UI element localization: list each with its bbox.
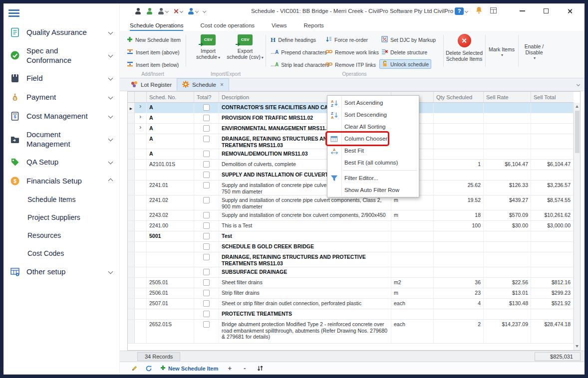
close-button[interactable] (567, 7, 574, 14)
cell-sell-total[interactable]: $10,261.62 (531, 210, 574, 220)
cell-sched-no[interactable] (147, 309, 194, 319)
cell-total[interactable] (194, 278, 219, 288)
cell-sched-no[interactable]: 2241.00 (147, 221, 194, 231)
minimize-button[interactable] (519, 7, 526, 14)
cell-sell-rate[interactable]: $13.01 (484, 288, 531, 298)
increase-button[interactable]: + (226, 365, 233, 372)
cell-total[interactable] (194, 170, 219, 180)
cell-sell-rate[interactable]: $30.00 (484, 221, 531, 231)
cell-sched-no[interactable]: 5001 (147, 231, 194, 241)
total-checkbox[interactable] (203, 254, 210, 260)
mark-items-button[interactable]: Mark Items ▾ (487, 44, 516, 58)
cell-sell-total[interactable]: $3,236.57 (531, 181, 574, 195)
cell-sell-rate[interactable] (484, 149, 531, 159)
cell-sell-total[interactable]: $28,474.18 (531, 320, 574, 343)
header-sell-total[interactable]: Sell Total (531, 92, 574, 102)
cell-sched-no[interactable]: A (147, 149, 194, 159)
help-button[interactable]: ? (455, 7, 468, 15)
cell-description[interactable]: Sheet or strip filter drain outlet conne… (219, 299, 391, 309)
cell-qty-scheduled[interactable] (434, 309, 484, 319)
menu-item-column-chooser[interactable]: Column Chooser (327, 133, 419, 145)
header-total[interactable]: Total? (194, 92, 219, 102)
cell-sell-total[interactable] (531, 103, 574, 113)
cell-sched-no[interactable]: 2652.01S (147, 320, 194, 343)
set-djc-by-markup-button[interactable]: Set DJC by Markup (379, 35, 438, 44)
menu-item-sort-descending[interactable]: ZASort Descending (327, 109, 419, 121)
user-select-button[interactable] (188, 8, 198, 14)
cell-sell-rate[interactable]: $570.09 (484, 210, 531, 220)
tab-schedule-operations[interactable]: Schedule Operations (130, 22, 183, 31)
cell-sched-no[interactable] (147, 252, 194, 267)
cell-sell-total[interactable]: $3,000.00 (531, 221, 574, 231)
cell-qty-scheduled[interactable] (434, 252, 484, 267)
cell-total[interactable] (194, 299, 219, 309)
cell-qty-scheduled[interactable]: 100 (434, 221, 484, 231)
cell-description[interactable]: SUBSURFACE DRAINAGE (219, 267, 391, 277)
grid-row[interactable]: 2506.01Strip filter drainsm23$13.01$299.… (128, 288, 574, 299)
cell-description[interactable]: Bridge abutment protection Modified Type… (219, 320, 391, 343)
export-schedule-button[interactable]: CSV Export schedule (csv)▾ (227, 32, 264, 61)
cell-total[interactable] (194, 210, 219, 220)
cell-sched-no[interactable]: 2241.02 (147, 195, 194, 210)
new-schedule-item-quick-button[interactable]: New Schedule Item (160, 365, 218, 372)
total-checkbox[interactable] (203, 222, 210, 229)
cell-unit[interactable] (391, 309, 434, 319)
cell-total[interactable] (194, 113, 219, 123)
grid-row[interactable]: 2507.01Sheet or strip filter drain outle… (128, 299, 574, 309)
cell-total[interactable] (194, 252, 219, 267)
cell-unit[interactable]: m (391, 210, 434, 220)
prepend-characters-button[interactable]: …A Prepend characters (269, 47, 329, 57)
scroll-up-icon[interactable] (574, 103, 580, 110)
maximize-button[interactable] (543, 7, 550, 14)
refresh-icon[interactable] (145, 365, 152, 372)
cell-sell-total[interactable]: $812.16 (531, 278, 574, 288)
cell-sched-no[interactable]: 2243.02 (147, 210, 194, 220)
cell-sell-rate[interactable] (484, 267, 531, 277)
cell-unit[interactable]: m2 (391, 278, 434, 288)
total-checkbox[interactable] (203, 125, 210, 132)
cell-sched-no[interactable]: 2507.01 (147, 299, 194, 309)
cell-sched-no[interactable]: 2506.01 (147, 288, 194, 298)
cell-total[interactable] (194, 134, 219, 149)
cell-qty-scheduled[interactable]: 18 (434, 210, 484, 220)
strip-lead-characters-button[interactable]: …A Strip lead characters (269, 60, 331, 69)
cell-total[interactable] (194, 149, 219, 159)
cell-qty-scheduled[interactable] (434, 113, 484, 123)
cell-qty-scheduled[interactable] (434, 267, 484, 277)
cell-description[interactable]: SCHEDULE B GOLD CREEK BRIDGE (219, 242, 391, 252)
grid-vertical-scrollbar[interactable] (574, 103, 580, 350)
cell-qty-scheduled[interactable] (434, 170, 484, 180)
cell-sell-total[interactable]: $6,104.47 (531, 160, 574, 170)
menu-item-best-fit[interactable]: ABest Fit (327, 145, 419, 157)
sidebar-item-other-setup[interactable]: Other setup (3, 262, 119, 281)
sidebar-item-financials-setup[interactable]: $ Financials Setup (3, 172, 119, 190)
sidebar-item-cost-codes[interactable]: Cost Codes (3, 244, 119, 262)
total-checkbox[interactable] (203, 151, 210, 157)
user-edit-button[interactable] (158, 8, 168, 14)
tab-lot-register[interactable]: Lot Register (126, 78, 177, 91)
menu-item-best-fit-all-columns[interactable]: Best Fit (all columns) (327, 157, 419, 169)
sidebar-item-cost-management[interactable]: $ Cost Management (3, 107, 119, 126)
cell-total[interactable] (194, 195, 219, 210)
total-checkbox[interactable] (203, 290, 210, 296)
cell-sell-total[interactable] (531, 113, 574, 123)
cell-unit[interactable]: m (391, 195, 434, 210)
cell-unit[interactable] (391, 252, 434, 267)
insert-item-below-button[interactable]: Insert item (below) (125, 60, 181, 69)
cell-unit[interactable] (391, 221, 434, 231)
unlock-schedule-button[interactable]: Unlock schedule (379, 59, 431, 69)
grid-row[interactable]: 2652.01SBridge abutment protection Modif… (128, 320, 574, 344)
cell-sell-rate[interactable] (484, 134, 531, 149)
grid-row[interactable]: 2243.02Supply and installation of concre… (128, 210, 574, 221)
expand-icon[interactable]: › (135, 103, 147, 113)
grid-row[interactable]: PROTECTIVE TREATMENTS (128, 309, 574, 320)
cell-sell-rate[interactable] (484, 170, 531, 180)
total-checkbox[interactable] (203, 136, 210, 142)
cell-description[interactable]: Supply and installation of concrete box … (219, 210, 391, 220)
edit-pencil-icon[interactable] (131, 365, 137, 372)
sidebar-item-quality-assurance[interactable]: Quality Assurance (3, 23, 119, 42)
user-actions-button[interactable] (173, 8, 183, 14)
grid-row[interactable]: 2241.02Supply and installation of concre… (128, 195, 574, 210)
menu-item-sort-ascending[interactable]: AZSort Ascending (327, 97, 419, 109)
total-checkbox[interactable] (203, 269, 210, 275)
